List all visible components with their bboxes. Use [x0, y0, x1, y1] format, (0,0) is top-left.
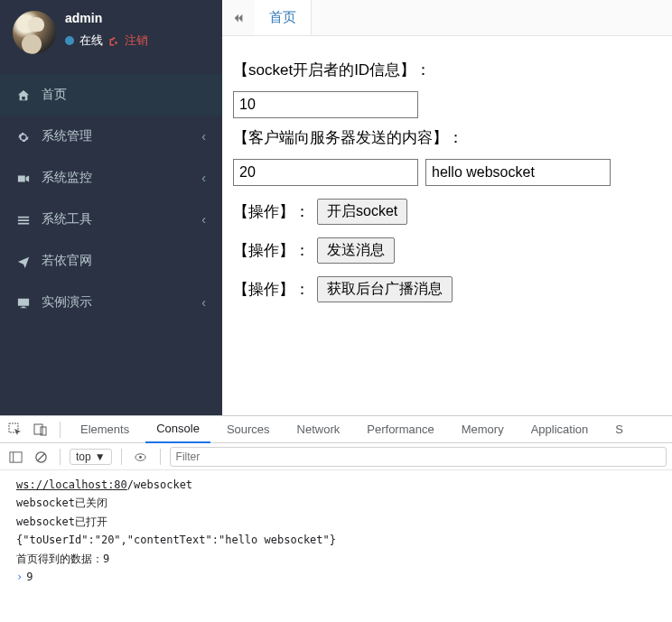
live-expression-icon[interactable]: [131, 449, 151, 463]
prompt-icon: ›: [16, 571, 23, 583]
chevron-left-icon: ‹: [201, 171, 206, 185]
console-line: 首页得到的数据：9: [16, 550, 656, 568]
svg-rect-3: [9, 451, 21, 461]
console-line: websocket已关闭: [16, 494, 656, 512]
sidebar-item-ruoyi-site[interactable]: 若依官网: [0, 240, 222, 282]
sidebar: admin 在线 注销 首页: [0, 0, 222, 415]
clear-console-icon[interactable]: [31, 449, 51, 463]
devtools-tab-memory[interactable]: Memory: [451, 416, 515, 443]
sidebar-item-label: 首页: [42, 87, 67, 103]
nav-list: 首页 系统管理 ‹ 系统监控 ‹ 系统工具 ‹: [0, 74, 222, 323]
sidebar-item-system-manage[interactable]: 系统管理 ‹: [0, 116, 222, 157]
console-context-select[interactable]: top ▼: [70, 449, 112, 465]
devtools-panel: Elements Console Sources Network Perform…: [0, 415, 672, 622]
svg-line-6: [37, 453, 44, 460]
svg-rect-1: [34, 424, 42, 434]
devtools-tab-sources[interactable]: Sources: [216, 416, 281, 443]
opener-id-input[interactable]: [233, 91, 418, 118]
sidebar-item-label: 系统工具: [42, 211, 92, 227]
sidebar-item-system-monitor[interactable]: 系统监控 ‹: [0, 157, 222, 199]
devtools-tab-more[interactable]: S: [604, 416, 634, 443]
logout-icon: [108, 34, 119, 48]
sidebar-item-home[interactable]: 首页: [0, 74, 222, 116]
console-line: ›9: [16, 568, 656, 586]
avatar: [13, 11, 56, 54]
online-dot-icon: [65, 36, 74, 45]
bars-icon: [16, 212, 31, 227]
home-icon: [16, 88, 31, 102]
sidebar-item-label: 实例演示: [42, 294, 92, 311]
gear-icon: [16, 129, 31, 144]
devtools-tab-console[interactable]: Console: [145, 416, 210, 443]
sidebar-item-demo[interactable]: 实例演示 ‹: [0, 282, 222, 323]
tabbar: 首页: [222, 0, 672, 36]
devtools-tab-network[interactable]: Network: [286, 416, 351, 443]
screen-icon: [16, 295, 31, 310]
tab-home[interactable]: 首页: [255, 0, 312, 35]
username: admin: [65, 11, 148, 25]
send-message-button[interactable]: 发送消息: [317, 237, 395, 264]
sidebar-item-system-tools[interactable]: 系统工具 ‹: [0, 199, 222, 240]
inspect-icon[interactable]: [5, 422, 25, 437]
svg-point-8: [139, 456, 142, 459]
toggle-sidebar-icon[interactable]: [5, 449, 25, 463]
chevron-left-icon: ‹: [201, 295, 206, 310]
label-client-send: 【客户端向服务器发送的内容】：: [233, 127, 661, 148]
devtools-tab-application[interactable]: Application: [520, 416, 600, 443]
label-opener-id: 【socket开启者的ID信息】：: [233, 60, 661, 80]
console-line: ws://localhost:80/websocket: [16, 476, 656, 494]
console-line: websocket已打开: [16, 513, 656, 531]
chevron-down-icon: ▼: [95, 450, 106, 463]
op-label-open: 【操作】：: [233, 201, 310, 222]
sidebar-item-label: 系统监控: [42, 170, 92, 186]
devtools-tab-performance[interactable]: Performance: [356, 416, 444, 443]
op-label-broadcast: 【操作】：: [233, 279, 310, 300]
device-toggle-icon[interactable]: [31, 422, 51, 437]
plane-icon: [16, 254, 31, 268]
op-label-send: 【操作】：: [233, 240, 310, 261]
devtools-tab-elements[interactable]: Elements: [70, 416, 140, 443]
user-panel: admin 在线 注销: [0, 0, 222, 65]
console-line: {"toUserId":"20","contentText":"hello we…: [16, 531, 656, 549]
content-area: 首页 【socket开启者的ID信息】： 【客户端向服务器发送的内容】： 【操作…: [222, 0, 672, 415]
logout-link[interactable]: 注销: [125, 32, 148, 49]
open-socket-button[interactable]: 开启socket: [317, 199, 407, 225]
online-status: 在线: [79, 32, 103, 49]
devtools-tabbar: Elements Console Sources Network Perform…: [0, 416, 672, 443]
sidebar-item-label: 若依官网: [42, 253, 92, 269]
chevron-left-icon: ‹: [201, 129, 206, 144]
collapse-sidebar-button[interactable]: [222, 0, 255, 35]
video-icon: [16, 171, 31, 185]
sidebar-item-label: 系统管理: [42, 128, 92, 144]
target-id-input[interactable]: [233, 159, 418, 186]
get-broadcast-button[interactable]: 获取后台广播消息: [317, 276, 453, 302]
console-filter-input[interactable]: [170, 447, 667, 467]
chevron-left-icon: ‹: [201, 212, 206, 227]
page-body: 【socket开启者的ID信息】： 【客户端向服务器发送的内容】： 【操作】： …: [222, 36, 672, 415]
console-toolbar: top ▼: [0, 443, 672, 470]
console-output: ws://localhost:80/websocket websocket已关闭…: [0, 470, 672, 591]
message-input[interactable]: [425, 159, 611, 186]
